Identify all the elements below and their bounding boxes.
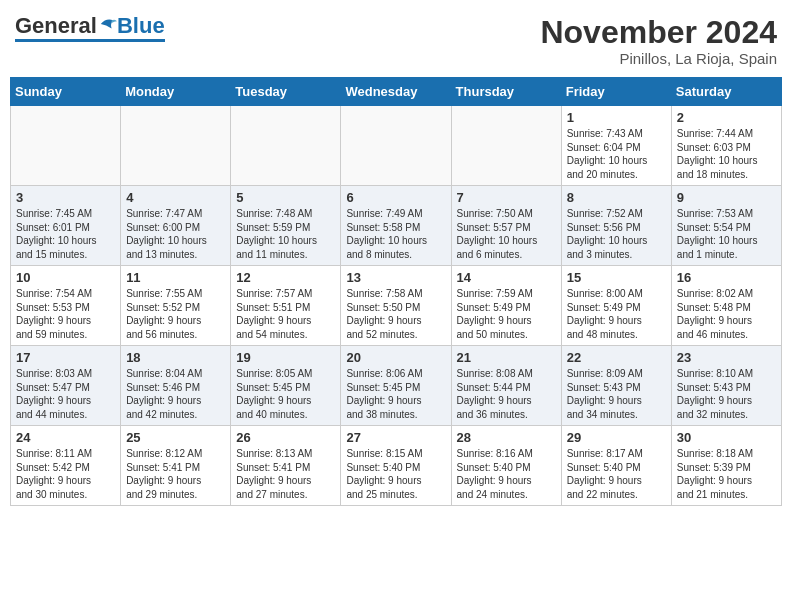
calendar-week-row: 3Sunrise: 7:45 AM Sunset: 6:01 PM Daylig… bbox=[11, 186, 782, 266]
calendar-day-cell: 22Sunrise: 8:09 AM Sunset: 5:43 PM Dayli… bbox=[561, 346, 671, 426]
calendar-day-cell: 29Sunrise: 8:17 AM Sunset: 5:40 PM Dayli… bbox=[561, 426, 671, 506]
logo: General Blue bbox=[15, 15, 165, 42]
day-number: 17 bbox=[16, 350, 115, 365]
day-number: 29 bbox=[567, 430, 666, 445]
calendar-day-cell: 21Sunrise: 8:08 AM Sunset: 5:44 PM Dayli… bbox=[451, 346, 561, 426]
day-info: Sunrise: 8:16 AM Sunset: 5:40 PM Dayligh… bbox=[457, 447, 556, 501]
calendar-day-cell: 17Sunrise: 8:03 AM Sunset: 5:47 PM Dayli… bbox=[11, 346, 121, 426]
day-number: 19 bbox=[236, 350, 335, 365]
calendar-day-cell: 26Sunrise: 8:13 AM Sunset: 5:41 PM Dayli… bbox=[231, 426, 341, 506]
calendar-day-cell bbox=[121, 106, 231, 186]
day-number: 11 bbox=[126, 270, 225, 285]
day-number: 22 bbox=[567, 350, 666, 365]
day-info: Sunrise: 7:54 AM Sunset: 5:53 PM Dayligh… bbox=[16, 287, 115, 341]
page-header: General Blue November 2024 Pinillos, La … bbox=[10, 10, 782, 67]
day-number: 30 bbox=[677, 430, 776, 445]
weekday-header: Friday bbox=[561, 78, 671, 106]
day-number: 1 bbox=[567, 110, 666, 125]
day-info: Sunrise: 7:58 AM Sunset: 5:50 PM Dayligh… bbox=[346, 287, 445, 341]
calendar-day-cell: 16Sunrise: 8:02 AM Sunset: 5:48 PM Dayli… bbox=[671, 266, 781, 346]
day-info: Sunrise: 8:05 AM Sunset: 5:45 PM Dayligh… bbox=[236, 367, 335, 421]
calendar-table: SundayMondayTuesdayWednesdayThursdayFrid… bbox=[10, 77, 782, 506]
logo-blue-text: Blue bbox=[117, 15, 165, 37]
day-info: Sunrise: 8:11 AM Sunset: 5:42 PM Dayligh… bbox=[16, 447, 115, 501]
day-info: Sunrise: 7:49 AM Sunset: 5:58 PM Dayligh… bbox=[346, 207, 445, 261]
day-number: 23 bbox=[677, 350, 776, 365]
day-info: Sunrise: 7:48 AM Sunset: 5:59 PM Dayligh… bbox=[236, 207, 335, 261]
calendar-day-cell: 11Sunrise: 7:55 AM Sunset: 5:52 PM Dayli… bbox=[121, 266, 231, 346]
calendar-day-cell: 19Sunrise: 8:05 AM Sunset: 5:45 PM Dayli… bbox=[231, 346, 341, 426]
day-info: Sunrise: 8:06 AM Sunset: 5:45 PM Dayligh… bbox=[346, 367, 445, 421]
day-info: Sunrise: 8:00 AM Sunset: 5:49 PM Dayligh… bbox=[567, 287, 666, 341]
day-info: Sunrise: 7:45 AM Sunset: 6:01 PM Dayligh… bbox=[16, 207, 115, 261]
day-info: Sunrise: 7:44 AM Sunset: 6:03 PM Dayligh… bbox=[677, 127, 776, 181]
day-info: Sunrise: 8:18 AM Sunset: 5:39 PM Dayligh… bbox=[677, 447, 776, 501]
day-number: 13 bbox=[346, 270, 445, 285]
day-number: 14 bbox=[457, 270, 556, 285]
day-number: 3 bbox=[16, 190, 115, 205]
day-info: Sunrise: 8:12 AM Sunset: 5:41 PM Dayligh… bbox=[126, 447, 225, 501]
calendar-day-cell: 24Sunrise: 8:11 AM Sunset: 5:42 PM Dayli… bbox=[11, 426, 121, 506]
calendar-day-cell: 13Sunrise: 7:58 AM Sunset: 5:50 PM Dayli… bbox=[341, 266, 451, 346]
day-number: 26 bbox=[236, 430, 335, 445]
logo-general-text: General bbox=[15, 15, 97, 37]
calendar-day-cell: 27Sunrise: 8:15 AM Sunset: 5:40 PM Dayli… bbox=[341, 426, 451, 506]
day-number: 10 bbox=[16, 270, 115, 285]
calendar-day-cell: 3Sunrise: 7:45 AM Sunset: 6:01 PM Daylig… bbox=[11, 186, 121, 266]
calendar-day-cell: 10Sunrise: 7:54 AM Sunset: 5:53 PM Dayli… bbox=[11, 266, 121, 346]
day-number: 18 bbox=[126, 350, 225, 365]
day-info: Sunrise: 8:13 AM Sunset: 5:41 PM Dayligh… bbox=[236, 447, 335, 501]
calendar-week-row: 10Sunrise: 7:54 AM Sunset: 5:53 PM Dayli… bbox=[11, 266, 782, 346]
day-info: Sunrise: 7:50 AM Sunset: 5:57 PM Dayligh… bbox=[457, 207, 556, 261]
calendar-day-cell: 12Sunrise: 7:57 AM Sunset: 5:51 PM Dayli… bbox=[231, 266, 341, 346]
day-info: Sunrise: 8:09 AM Sunset: 5:43 PM Dayligh… bbox=[567, 367, 666, 421]
day-info: Sunrise: 8:02 AM Sunset: 5:48 PM Dayligh… bbox=[677, 287, 776, 341]
calendar-header-row: SundayMondayTuesdayWednesdayThursdayFrid… bbox=[11, 78, 782, 106]
day-number: 8 bbox=[567, 190, 666, 205]
location: Pinillos, La Rioja, Spain bbox=[540, 50, 777, 67]
calendar-day-cell: 25Sunrise: 8:12 AM Sunset: 5:41 PM Dayli… bbox=[121, 426, 231, 506]
calendar-day-cell: 23Sunrise: 8:10 AM Sunset: 5:43 PM Dayli… bbox=[671, 346, 781, 426]
day-info: Sunrise: 7:47 AM Sunset: 6:00 PM Dayligh… bbox=[126, 207, 225, 261]
calendar-day-cell: 9Sunrise: 7:53 AM Sunset: 5:54 PM Daylig… bbox=[671, 186, 781, 266]
title-area: November 2024 Pinillos, La Rioja, Spain bbox=[540, 15, 777, 67]
weekday-header: Saturday bbox=[671, 78, 781, 106]
day-number: 4 bbox=[126, 190, 225, 205]
calendar-day-cell: 15Sunrise: 8:00 AM Sunset: 5:49 PM Dayli… bbox=[561, 266, 671, 346]
calendar-day-cell bbox=[11, 106, 121, 186]
weekday-header: Tuesday bbox=[231, 78, 341, 106]
calendar-week-row: 24Sunrise: 8:11 AM Sunset: 5:42 PM Dayli… bbox=[11, 426, 782, 506]
calendar-day-cell bbox=[341, 106, 451, 186]
calendar-day-cell: 4Sunrise: 7:47 AM Sunset: 6:00 PM Daylig… bbox=[121, 186, 231, 266]
day-number: 28 bbox=[457, 430, 556, 445]
day-info: Sunrise: 8:15 AM Sunset: 5:40 PM Dayligh… bbox=[346, 447, 445, 501]
day-number: 12 bbox=[236, 270, 335, 285]
calendar-day-cell: 14Sunrise: 7:59 AM Sunset: 5:49 PM Dayli… bbox=[451, 266, 561, 346]
calendar-week-row: 1Sunrise: 7:43 AM Sunset: 6:04 PM Daylig… bbox=[11, 106, 782, 186]
day-number: 9 bbox=[677, 190, 776, 205]
day-info: Sunrise: 7:57 AM Sunset: 5:51 PM Dayligh… bbox=[236, 287, 335, 341]
day-number: 7 bbox=[457, 190, 556, 205]
day-info: Sunrise: 7:53 AM Sunset: 5:54 PM Dayligh… bbox=[677, 207, 776, 261]
day-number: 25 bbox=[126, 430, 225, 445]
calendar-day-cell: 1Sunrise: 7:43 AM Sunset: 6:04 PM Daylig… bbox=[561, 106, 671, 186]
day-info: Sunrise: 7:55 AM Sunset: 5:52 PM Dayligh… bbox=[126, 287, 225, 341]
day-number: 24 bbox=[16, 430, 115, 445]
day-info: Sunrise: 8:10 AM Sunset: 5:43 PM Dayligh… bbox=[677, 367, 776, 421]
day-number: 15 bbox=[567, 270, 666, 285]
calendar-day-cell: 2Sunrise: 7:44 AM Sunset: 6:03 PM Daylig… bbox=[671, 106, 781, 186]
day-info: Sunrise: 7:52 AM Sunset: 5:56 PM Dayligh… bbox=[567, 207, 666, 261]
calendar-day-cell: 30Sunrise: 8:18 AM Sunset: 5:39 PM Dayli… bbox=[671, 426, 781, 506]
day-info: Sunrise: 8:03 AM Sunset: 5:47 PM Dayligh… bbox=[16, 367, 115, 421]
weekday-header: Thursday bbox=[451, 78, 561, 106]
day-info: Sunrise: 8:17 AM Sunset: 5:40 PM Dayligh… bbox=[567, 447, 666, 501]
calendar-day-cell bbox=[231, 106, 341, 186]
weekday-header: Sunday bbox=[11, 78, 121, 106]
day-number: 16 bbox=[677, 270, 776, 285]
day-number: 27 bbox=[346, 430, 445, 445]
calendar-day-cell: 7Sunrise: 7:50 AM Sunset: 5:57 PM Daylig… bbox=[451, 186, 561, 266]
day-number: 2 bbox=[677, 110, 776, 125]
day-info: Sunrise: 7:59 AM Sunset: 5:49 PM Dayligh… bbox=[457, 287, 556, 341]
day-number: 6 bbox=[346, 190, 445, 205]
calendar-day-cell: 28Sunrise: 8:16 AM Sunset: 5:40 PM Dayli… bbox=[451, 426, 561, 506]
